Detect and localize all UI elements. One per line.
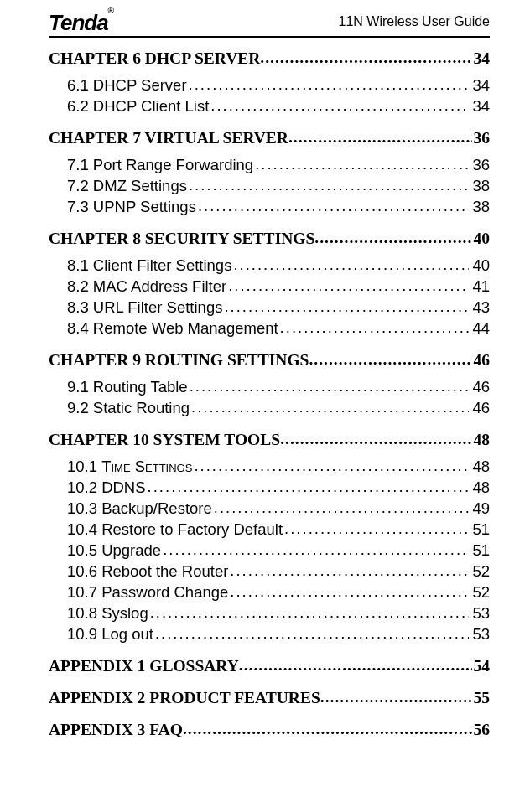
toc-title: CHAPTER 10 SYSTEM TOOLS [49, 431, 280, 449]
toc-leader-dots [212, 499, 470, 518]
toc-page-number: 40 [469, 256, 490, 275]
toc-page-number: 53 [469, 604, 490, 623]
toc-entry: 10.2 DDNS48 [67, 478, 490, 497]
toc-page-number: 34 [472, 49, 491, 68]
toc-title: 6.2 DHCP Client List [67, 97, 209, 116]
toc-title: 9.1 Routing Table [67, 378, 188, 396]
toc-entry: 10.1 Time Settings48 [67, 458, 490, 476]
toc-leader-dots [183, 721, 472, 739]
toc-leader-dots [146, 478, 470, 497]
toc-page-number: 48 [469, 458, 490, 476]
toc-leader-dots [314, 230, 471, 248]
toc-entry: 10.4 Restore to Factory Default51 [67, 520, 490, 539]
toc-title: CHAPTER 8 SECURITY SETTINGS [49, 230, 314, 248]
toc-leader-dots [253, 156, 469, 174]
toc-page-number: 36 [469, 156, 490, 174]
toc-leader-dots [239, 657, 472, 675]
toc-chapter: APPENDIX 2 PRODUCT FEATURES55 [49, 689, 490, 707]
toc-chapter: APPENDIX 3 FAQ56 [49, 721, 490, 739]
toc-leader-dots [280, 431, 471, 449]
toc-entry: 8.4 Remote Web Management44 [67, 319, 490, 338]
toc-title: 10.5 Upgrade [67, 541, 161, 560]
toc-entry: 8.2 MAC Address Filter41 [67, 277, 490, 296]
toc-page-number: 46 [469, 378, 490, 396]
toc-leader-dots [192, 458, 469, 476]
toc-page-number: 55 [472, 689, 491, 707]
toc-leader-dots [222, 298, 469, 317]
toc-page-number: 43 [469, 298, 490, 317]
toc-title: 8.4 Remote Web Management [67, 319, 278, 338]
toc-leader-dots [260, 49, 471, 68]
toc-page-number: 38 [469, 177, 490, 195]
toc-entry: 7.3 UPNP Settings38 [67, 198, 490, 216]
toc-entry: 9.2 Static Routing46 [67, 399, 490, 417]
toc-leader-dots [187, 76, 470, 95]
toc-title: 10.3 Backup/Restore [67, 499, 212, 518]
toc-title: 7.2 DMZ Settings [67, 177, 187, 195]
toc-title: 7.3 UPNP Settings [67, 198, 196, 216]
toc-entry: 7.2 DMZ Settings38 [67, 177, 490, 195]
toc-title: APPENDIX 3 FAQ [49, 721, 183, 739]
toc-entry: 8.3 URL Filter Settings43 [67, 298, 490, 317]
toc-title: 10.4 Restore to Factory Default [67, 520, 283, 539]
toc-title: 8.3 URL Filter Settings [67, 298, 222, 317]
toc-title: 8.1 Client Filter Settings [67, 256, 231, 275]
toc-page-number: 56 [472, 721, 491, 739]
toc-leader-dots [320, 689, 472, 707]
toc-title: 10.2 DDNS [67, 478, 146, 497]
toc-title: 10.8 Syslog [67, 604, 148, 623]
toc-entry: 10.7 Password Change52 [67, 583, 490, 602]
toc-page-number: 36 [472, 129, 491, 147]
toc-page-number: 53 [469, 625, 490, 644]
toc-chapter: CHAPTER 6 DHCP SERVER34 [49, 49, 490, 68]
toc-page-number: 48 [472, 431, 491, 449]
toc-page-number: 38 [469, 198, 490, 216]
toc-leader-dots [161, 541, 469, 560]
toc-title: CHAPTER 7 VIRTUAL SERVER [49, 129, 288, 147]
toc-chapter: CHAPTER 9 ROUTING SETTINGS46 [49, 351, 490, 370]
logo-text: Tenda [49, 10, 108, 35]
toc-title: 10.9 Log out [67, 625, 153, 644]
toc-leader-dots [187, 177, 470, 195]
toc-page-number: 46 [469, 399, 490, 417]
toc-leader-dots [278, 319, 470, 338]
toc-leader-dots [309, 351, 471, 370]
brand-logo: Tenda® [49, 10, 113, 36]
toc-page-number: 51 [469, 520, 490, 539]
toc-leader-dots [188, 378, 470, 396]
toc-leader-dots [226, 277, 469, 296]
toc-leader-dots [283, 520, 469, 539]
toc-leader-dots [148, 604, 470, 623]
toc-page-number: 52 [469, 583, 490, 602]
toc-title: APPENDIX 2 PRODUCT FEATURES [49, 689, 320, 707]
toc-page-number: 46 [472, 351, 491, 370]
toc-page-number: 34 [469, 76, 490, 95]
toc-leader-dots [196, 198, 470, 216]
logo-mark: ® [108, 6, 113, 15]
toc-entry: 10.3 Backup/Restore49 [67, 499, 490, 518]
toc-entry: 8.1 Client Filter Settings40 [67, 256, 490, 275]
toc-chapter: CHAPTER 7 VIRTUAL SERVER36 [49, 129, 490, 147]
toc-entry: 10.9 Log out53 [67, 625, 490, 644]
toc-leader-dots [153, 625, 470, 644]
toc-chapter: CHAPTER 10 SYSTEM TOOLS48 [49, 431, 490, 449]
toc-leader-dots [228, 562, 469, 581]
toc-page-number: 54 [472, 657, 491, 675]
toc-page-number: 49 [469, 499, 490, 518]
toc-page-number: 40 [472, 230, 491, 248]
toc-title: CHAPTER 6 DHCP SERVER [49, 49, 260, 68]
toc-title: CHAPTER 9 ROUTING SETTINGS [49, 351, 309, 370]
toc-entry: 9.1 Routing Table46 [67, 378, 490, 396]
page-header: Tenda® 11N Wireless User Guide [49, 8, 490, 38]
toc-page-number: 52 [469, 562, 490, 581]
toc-title: 10.6 Reboot the Router [67, 562, 228, 581]
toc-title: APPENDIX 1 GLOSSARY [49, 657, 239, 675]
toc-entry: 10.5 Upgrade51 [67, 541, 490, 560]
toc-page-number: 44 [469, 319, 490, 338]
toc-chapter: APPENDIX 1 GLOSSARY54 [49, 657, 490, 675]
table-of-contents: CHAPTER 6 DHCP SERVER346.1 DHCP Server34… [49, 49, 490, 739]
toc-title: 7.1 Port Range Forwarding [67, 156, 253, 174]
toc-entry: 6.2 DHCP Client List34 [67, 97, 490, 116]
toc-leader-dots [228, 583, 469, 602]
toc-entry: 6.1 DHCP Server34 [67, 76, 490, 95]
